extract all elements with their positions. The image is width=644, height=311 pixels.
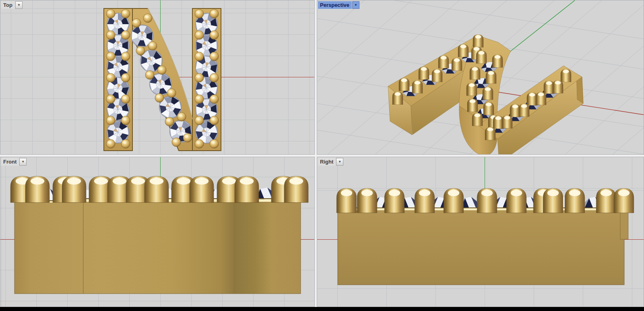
viewport-tab-perspective: Perspective ▼ <box>318 1 359 9</box>
model-letter-n-perspective-view[interactable] <box>317 0 644 155</box>
chevron-down-icon: ▼ <box>354 4 357 7</box>
viewport-top: Top ▼ <box>0 0 315 155</box>
gold-band-right <box>338 207 628 285</box>
viewport-menu-button-perspective[interactable]: ▼ <box>352 1 359 9</box>
diamonds-top-view <box>102 11 222 147</box>
viewport-tab-top: Top ▼ <box>1 1 23 9</box>
model-letter-n-right-view[interactable] <box>317 157 644 307</box>
gold-band-front <box>14 198 301 294</box>
viewport-menu-button-top[interactable]: ▼ <box>15 1 23 9</box>
viewport-title-perspective[interactable]: Perspective <box>318 1 352 9</box>
viewport-right: Right ▼ <box>317 157 644 307</box>
model-letter-n-top-view[interactable] <box>0 0 315 155</box>
chevron-down-icon: ▼ <box>17 4 21 7</box>
model-letter-n-front-view[interactable] <box>0 157 315 307</box>
viewport-front: Front ▼ <box>0 157 315 307</box>
viewport-menu-button-right[interactable]: ▼ <box>336 158 343 166</box>
viewport-title-top[interactable]: Top <box>1 1 15 9</box>
viewport-title-right[interactable]: Right <box>318 158 336 166</box>
viewport-menu-button-front[interactable]: ▼ <box>19 158 27 166</box>
status-bar <box>0 307 644 311</box>
viewport-perspective: Perspective ▼ <box>317 0 644 155</box>
chevron-down-icon: ▼ <box>338 160 341 164</box>
viewport-title-front[interactable]: Front <box>1 158 19 166</box>
viewport-tab-right: Right ▼ <box>318 158 343 166</box>
viewport-tab-front: Front ▼ <box>1 158 27 166</box>
chevron-down-icon: ▼ <box>21 160 25 164</box>
